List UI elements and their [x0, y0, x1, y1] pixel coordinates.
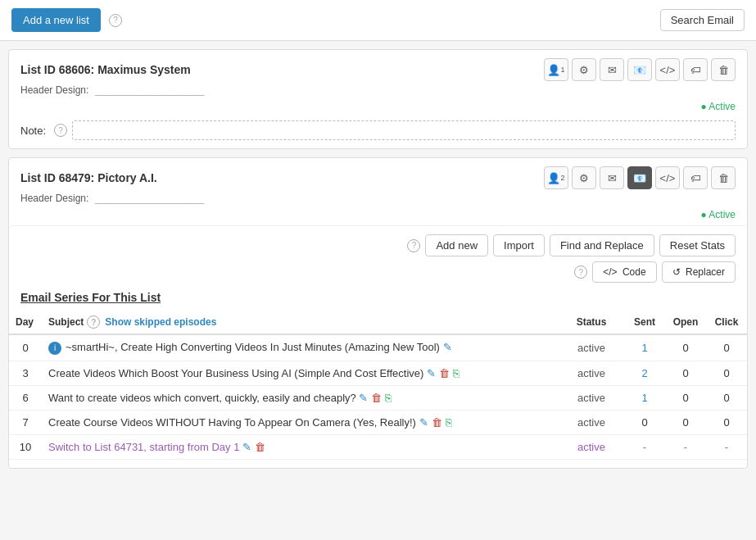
edit-icon[interactable]: ✎: [359, 392, 368, 404]
subject-help-icon[interactable]: ?: [87, 315, 100, 329]
edit-icon[interactable]: ✎: [419, 416, 428, 429]
table-row: 3Create Videos Which Boost Your Business…: [9, 361, 747, 385]
list-email-btn-1[interactable]: ✉: [600, 58, 624, 81]
cell-click: -: [706, 434, 747, 459]
email-series-section: ? Add new Import Find and Replace Reset …: [9, 225, 747, 468]
cell-subject: i~smartHi~, Create High Converting Video…: [42, 334, 559, 361]
edit-icon[interactable]: ✎: [443, 341, 452, 353]
col-header-sent: Sent: [624, 311, 665, 334]
list-subline-2: Header Design: ____________________: [9, 193, 747, 207]
list-mail2-btn-1[interactable]: 📧: [627, 58, 652, 81]
delete-icon[interactable]: 🗑: [255, 441, 265, 453]
col-header-status: Status: [559, 311, 624, 334]
series-help-icon[interactable]: ?: [407, 239, 420, 252]
delete-icon[interactable]: 🗑: [439, 367, 450, 379]
copy-icon[interactable]: ⎘: [385, 392, 392, 404]
list-subline-1: Header Design: ____________________: [9, 84, 747, 99]
cell-subject: Switch to List 64731, starting from Day …: [42, 434, 559, 459]
note-help-icon-1[interactable]: ?: [54, 124, 67, 137]
cell-sent[interactable]: 1: [624, 334, 665, 361]
table-row: 0i~smartHi~, Create High Converting Vide…: [9, 334, 747, 361]
cell-day: 3: [9, 361, 42, 385]
cell-status: active: [559, 334, 624, 361]
list-email-btn-2[interactable]: ✉: [600, 166, 624, 189]
list-mail2-btn-2[interactable]: 📧: [627, 166, 652, 189]
list-code-btn-2[interactable]: </>: [655, 166, 680, 189]
add-new-button[interactable]: Add new: [425, 234, 488, 256]
info-icon[interactable]: i: [48, 342, 61, 355]
table-row: 7Create Course Videos WITHOUT Having To …: [9, 410, 747, 434]
list-active-badge-1: ● Active: [9, 99, 747, 117]
cell-open: 0: [665, 410, 706, 434]
cell-status: active: [559, 361, 624, 385]
list-code-btn-1[interactable]: </>: [655, 58, 680, 81]
list-tag-btn-2[interactable]: 🏷: [683, 166, 708, 189]
table-row: 10Switch to List 64731, starting from Da…: [9, 434, 747, 459]
subject-text: ~smartHi~, Create High Converting Videos…: [66, 341, 440, 353]
series-title: Email Series For This List: [9, 288, 747, 311]
cell-status: active: [559, 385, 624, 410]
cell-status: active: [559, 410, 624, 434]
series-toolbar2: ? </> Code ↺ Replacer: [9, 260, 747, 288]
sent-link[interactable]: 1: [641, 342, 647, 354]
cell-sent: 0: [624, 410, 665, 434]
add-list-help-icon[interactable]: ?: [109, 14, 122, 27]
col-header-subject: Subject ? Show skipped episodes: [42, 311, 559, 334]
replacer-icon: ↺: [672, 266, 681, 278]
list-delete-btn-2[interactable]: 🗑: [711, 166, 736, 189]
subject-text: Create Course Videos WITHOUT Having To A…: [48, 416, 416, 429]
row-actions: ✎: [443, 341, 452, 353]
delete-icon[interactable]: 🗑: [371, 392, 382, 404]
col-header-open: Open: [665, 311, 706, 334]
cell-sent: -: [624, 434, 665, 459]
cell-day: 7: [9, 410, 42, 434]
col-header-day: Day: [9, 311, 42, 334]
col-header-click: Click: [706, 311, 747, 334]
reset-stats-button[interactable]: Reset Stats: [659, 234, 736, 256]
list-settings-btn-2[interactable]: ⚙: [572, 166, 596, 189]
cell-click: 0: [706, 410, 747, 434]
subject-text: Create Videos Which Boost Your Business …: [48, 367, 423, 379]
edit-icon[interactable]: ✎: [242, 441, 251, 453]
series-toolbar: ? Add new Import Find and Replace Reset …: [9, 226, 747, 260]
delete-icon[interactable]: 🗑: [432, 416, 442, 429]
list-card-2: List ID 68479: Pictory A.I. 👤2 ⚙ ✉ 📧 </>…: [8, 157, 748, 469]
code-icon: </>: [603, 266, 617, 278]
list-header-1: List ID 68606: Maximus System 👤1 ⚙ ✉ 📧 <…: [9, 50, 747, 84]
cell-open: 0: [665, 334, 706, 361]
add-new-list-button[interactable]: Add a new list: [11, 8, 101, 32]
list-users-btn-1[interactable]: 👤1: [544, 58, 568, 81]
subject-link[interactable]: Switch to List 64731, starting from Day …: [48, 441, 239, 453]
list-delete-btn-1[interactable]: 🗑: [711, 58, 736, 81]
sent-link[interactable]: 1: [641, 392, 647, 404]
find-replace-button[interactable]: Find and Replace: [550, 234, 654, 256]
copy-icon[interactable]: ⎘: [453, 367, 459, 379]
cell-sent[interactable]: 1: [624, 385, 665, 410]
note-label-1: Note:: [20, 125, 46, 137]
edit-icon[interactable]: ✎: [427, 367, 436, 379]
list-title-1: List ID 68606: Maximus System: [20, 63, 191, 76]
cell-click: 0: [706, 385, 747, 410]
note-input-1[interactable]: [72, 120, 736, 140]
cell-day: 10: [9, 434, 42, 459]
series-help-icon2[interactable]: ?: [574, 265, 587, 279]
cell-day: 6: [9, 385, 42, 410]
cell-sent[interactable]: 2: [624, 361, 665, 385]
replacer-button[interactable]: ↺ Replacer: [662, 261, 736, 283]
cell-status: active: [559, 434, 624, 459]
cell-open: -: [665, 434, 706, 459]
copy-icon[interactable]: ⎘: [446, 416, 452, 429]
row-actions: ✎🗑⎘: [419, 416, 452, 429]
subject-text: Want to create videos which convert, qui…: [48, 392, 356, 404]
search-email-button[interactable]: Search Email: [660, 9, 745, 31]
note-bar-1: Note: ?: [9, 117, 747, 148]
import-button[interactable]: Import: [493, 234, 545, 256]
row-actions: ✎🗑: [242, 441, 265, 453]
list-tag-btn-1[interactable]: 🏷: [683, 58, 708, 81]
list-users-btn-2[interactable]: 👤2: [544, 166, 568, 189]
list-settings-btn-1[interactable]: ⚙: [572, 58, 596, 81]
code-button[interactable]: </> Code: [592, 261, 656, 283]
show-skipped-link[interactable]: Show skipped episodes: [105, 316, 216, 328]
sent-link[interactable]: 2: [641, 367, 647, 379]
cell-subject: Want to create videos which convert, qui…: [42, 385, 559, 410]
